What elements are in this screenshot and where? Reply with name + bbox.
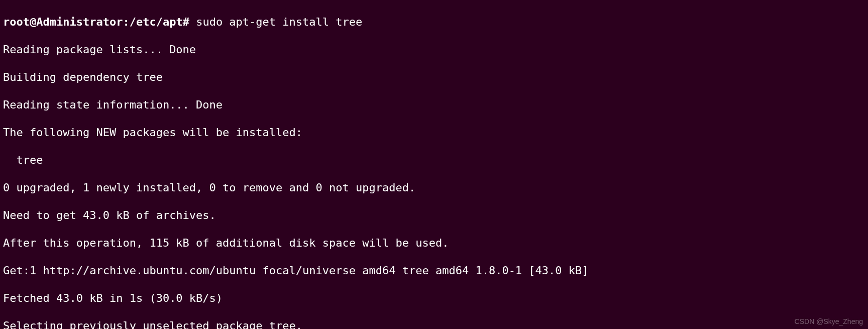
- command-text: sudo apt-get install tree: [196, 16, 362, 28]
- output-line: Building dependency tree: [3, 70, 865, 84]
- output-line: Fetched 43.0 kB in 1s (30.0 kB/s): [3, 291, 865, 305]
- output-line: tree: [3, 153, 865, 167]
- output-line: After this operation, 115 kB of addition…: [3, 236, 865, 250]
- prompt-line-1: root@Administrator:/etc/apt# sudo apt-ge…: [3, 15, 865, 29]
- prompt-sep: :: [123, 16, 129, 28]
- prompt-user-host: root@Administrator: [3, 16, 123, 28]
- prompt-path: /etc/apt: [130, 16, 183, 28]
- output-line: Reading package lists... Done: [3, 43, 865, 57]
- output-line: The following NEW packages will be insta…: [3, 126, 865, 140]
- output-line: 0 upgraded, 1 newly installed, 0 to remo…: [3, 181, 865, 195]
- terminal-output[interactable]: root@Administrator:/etc/apt# sudo apt-ge…: [3, 1, 865, 329]
- output-line: Need to get 43.0 kB of archives.: [3, 208, 865, 223]
- output-line: Reading state information... Done: [3, 98, 865, 112]
- watermark-text: CSDN @Skye_Zheng: [795, 317, 863, 326]
- output-line: Get:1 http://archive.ubuntu.com/ubuntu f…: [3, 264, 865, 278]
- output-line: Selecting previously unselected package …: [3, 319, 865, 330]
- prompt-hash: #: [183, 16, 189, 28]
